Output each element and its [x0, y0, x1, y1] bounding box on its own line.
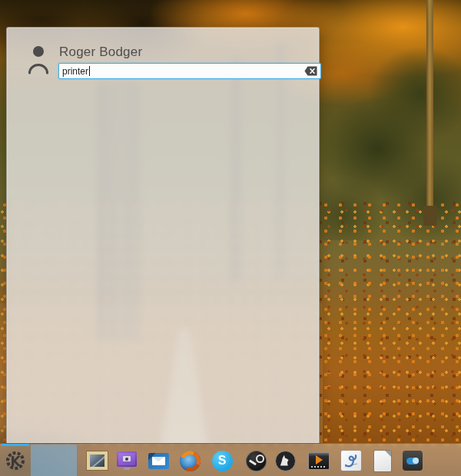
firefox-globe-icon — [180, 451, 201, 471]
monitor-camera-icon — [117, 451, 137, 467]
wallpaper-conifer — [317, 37, 461, 240]
picture-frame-icon — [87, 451, 108, 470]
wolf-app-icon[interactable] — [274, 449, 297, 472]
launcher-active-indicator — [2, 444, 29, 446]
desktop: Roger Bodger printer K — [0, 0, 461, 476]
svg-text:K: K — [10, 454, 21, 469]
launcher-button[interactable]: K — [2, 444, 29, 476]
application-launcher-popup: Roger Bodger printer — [6, 27, 320, 443]
mail-icon[interactable] — [147, 449, 170, 472]
steam-icon[interactable] — [244, 449, 267, 472]
clear-backspace-icon[interactable] — [304, 66, 317, 76]
howling-wolf-icon — [275, 451, 296, 471]
libreoffice-icon[interactable] — [371, 449, 394, 472]
gwenview-icon[interactable] — [85, 449, 108, 472]
play-button-icon — [308, 452, 330, 470]
media-player-icon[interactable] — [307, 449, 330, 472]
quill-swirl-icon — [341, 451, 361, 471]
kde-logo-icon: K — [5, 450, 26, 471]
taskbar-panel: K S — [0, 443, 461, 476]
search-results-area — [7, 85, 319, 444]
wallpaper-lamp-post — [426, 0, 433, 224]
lyx-icon[interactable] — [340, 449, 363, 472]
system-settings-icon[interactable] — [401, 449, 424, 472]
toggle-switch-icon — [403, 451, 423, 471]
spectacle-icon[interactable] — [115, 449, 138, 472]
skype-s-icon: S — [212, 451, 233, 471]
user-avatar-icon — [27, 44, 50, 74]
search-text: printer — [62, 66, 88, 77]
firefox-icon[interactable] — [178, 449, 201, 472]
text-caret — [89, 66, 90, 76]
active-task-highlight[interactable] — [31, 445, 77, 476]
user-name: Roger Bodger — [59, 45, 142, 60]
steam-piston-icon — [246, 451, 267, 471]
search-input[interactable]: printer — [58, 63, 321, 79]
document-page-icon — [374, 451, 391, 471]
envelope-folder-icon — [148, 453, 169, 469]
wallpaper-lamp-post-base — [423, 206, 436, 226]
skype-icon[interactable]: S — [211, 449, 234, 472]
